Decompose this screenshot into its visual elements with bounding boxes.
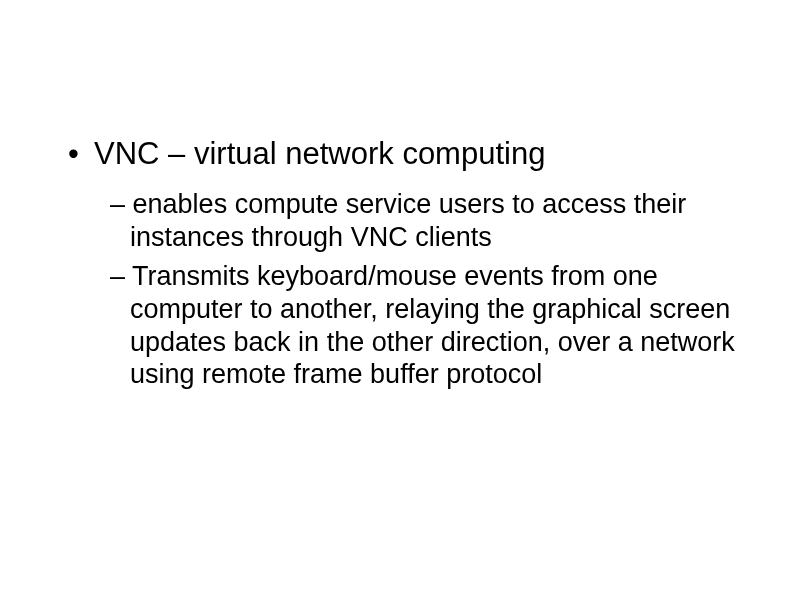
bullet-text: VNC – virtual network computing: [94, 136, 545, 171]
bullet-level2: – Transmits keyboard/mouse events from o…: [60, 260, 740, 392]
sub-bullet-text: enables compute service users to access …: [130, 189, 686, 252]
slide-body: • VNC – virtual network computing – enab…: [0, 0, 800, 600]
bullet-marker: •: [68, 135, 79, 174]
bullet-level1: • VNC – virtual network computing: [60, 135, 740, 174]
dash-marker: –: [110, 261, 125, 291]
dash-marker: –: [110, 189, 125, 219]
sub-bullet-text: Transmits keyboard/mouse events from one…: [130, 261, 735, 390]
bullet-level2: – enables compute service users to acces…: [60, 188, 740, 254]
